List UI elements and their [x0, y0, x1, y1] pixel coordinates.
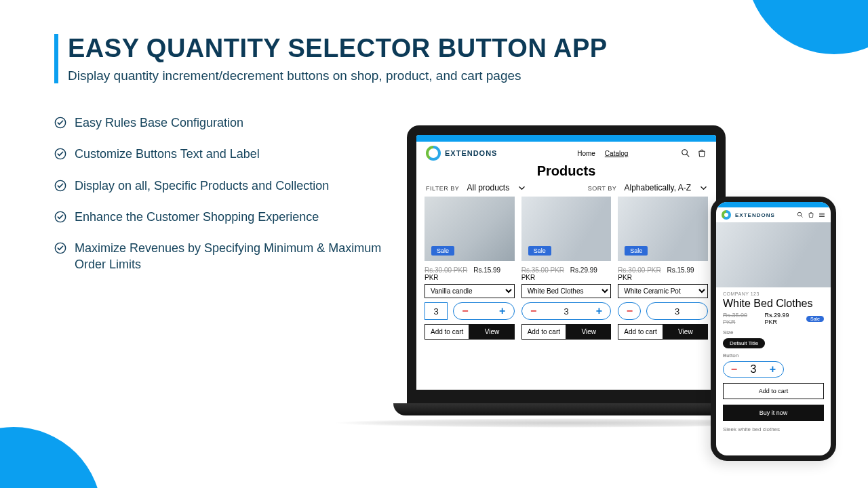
feature-item: Display on all, Specific Products and Co… [54, 178, 407, 194]
svg-line-6 [687, 155, 689, 157]
product-card: Sale Rs.35.00 PKR Rs.29.99 PKR White Bed… [521, 197, 612, 340]
sort-by-value: Alphabetically, A-Z [625, 183, 692, 192]
feature-item: Customize Buttons Text and Label [54, 146, 407, 162]
quantity-decrement-button[interactable]: − [618, 302, 641, 320]
laptop-base [393, 403, 739, 415]
feature-item: Enhance the Customer Shopping Experience [54, 209, 407, 225]
add-to-cart-button[interactable]: Add to cart [425, 324, 469, 340]
sort-by-label: SORT BY [588, 185, 617, 192]
page-title: EASY QUANTITY SELECTOR BUTTON APP [68, 34, 827, 63]
svg-point-7 [797, 212, 802, 216]
product-card: Sale Rs.30.00 PKR Rs.15.99 PKR Vanilla c… [425, 197, 515, 340]
price-line: Rs.35.00 PKR Rs.29.99 PKR [521, 266, 612, 281]
check-circle-icon [54, 117, 66, 129]
bag-icon[interactable] [808, 211, 814, 218]
product-image[interactable]: Sale [618, 197, 708, 261]
shop-title: Products [416, 163, 716, 179]
nav-home[interactable]: Home [577, 150, 595, 157]
variant-select[interactable]: Vanilla candle [425, 284, 515, 298]
product-image[interactable]: Sale [425, 197, 515, 261]
filter-by-select[interactable]: All products [467, 183, 525, 192]
quantity-decrement-button[interactable]: − [730, 363, 739, 375]
feature-text: Customize Buttons Text and Label [75, 146, 260, 162]
add-to-cart-button[interactable]: Add to cart [521, 324, 566, 340]
product-card: Sale Rs.30.00 PKR Rs.15.99 PKR White Cer… [618, 197, 708, 340]
check-circle-icon [54, 211, 66, 223]
hero: EASY QUANTITY SELECTOR BUTTON APP Displa… [54, 34, 827, 83]
page-subtitle: Display quantity increment/decrement but… [68, 68, 827, 83]
nav-catalog[interactable]: Catalog [605, 150, 628, 157]
variant-select[interactable]: White Ceramic Pot [618, 284, 708, 298]
store-logo[interactable]: EXTENDONS [426, 146, 497, 161]
buy-now-button[interactable]: Buy it now [723, 405, 824, 421]
quantity-value: 3 [564, 306, 568, 317]
chevron-down-icon [701, 185, 707, 191]
quantity-value-box: 3 [646, 302, 708, 320]
company-label: COMPANY 123 [723, 291, 824, 296]
old-price: Rs.35.00 PKR [521, 266, 564, 274]
old-price: Rs.30.00 PKR [618, 266, 660, 274]
quantity-input[interactable]: 3 [425, 302, 448, 320]
button-section-label: Button [723, 352, 824, 359]
old-price: Rs.35.00 PKR [723, 312, 760, 325]
product-description: Sleek white bed clothes [723, 426, 824, 432]
product-title: White Bed Clothes [723, 298, 824, 310]
quantity-stepper: − 3 + [723, 361, 784, 378]
view-button[interactable]: View [663, 324, 708, 340]
store-topbar [416, 135, 716, 142]
sort-by-select[interactable]: Alphabetically, A-Z [625, 183, 707, 192]
quantity-increment-button[interactable]: + [768, 363, 777, 375]
old-price: Rs.30.00 PKR [425, 266, 467, 274]
feature-list: Easy Rules Base Configuration Customize … [54, 115, 407, 273]
sale-badge: Sale [806, 316, 824, 322]
check-circle-icon [54, 148, 66, 160]
quantity-increment-button[interactable]: + [498, 305, 507, 317]
quantity-stepper: − 3 + [521, 302, 612, 320]
quantity-value: 3 [751, 363, 757, 375]
feature-item: Maximize Revenues by Specifying Minimum … [54, 240, 407, 273]
sale-badge: Sale [431, 246, 454, 256]
brand-name: EXTENDONS [445, 149, 497, 157]
quantity-decrement-button[interactable]: − [460, 305, 470, 317]
product-hero-image[interactable] [716, 222, 831, 287]
size-option[interactable]: Default Title [723, 338, 765, 348]
brand-name: EXTENDONS [735, 212, 775, 218]
check-circle-icon [54, 242, 66, 254]
chevron-down-icon [519, 185, 525, 191]
quantity-decrement-button[interactable]: − [529, 305, 538, 317]
search-icon[interactable] [797, 211, 804, 218]
add-to-cart-button[interactable]: Add to cart [618, 324, 663, 340]
add-to-cart-button[interactable]: Add to cart [723, 383, 824, 399]
quantity-increment-button[interactable]: + [594, 305, 604, 317]
filter-by-label: FILTER BY [426, 185, 459, 192]
new-price: Rs.29.99 PKR [764, 312, 802, 325]
feature-text: Easy Rules Base Configuration [75, 115, 243, 131]
filter-by-value: All products [467, 183, 509, 192]
price-line: Rs.30.00 PKR Rs.15.99 PKR [618, 266, 708, 281]
check-circle-icon [54, 180, 66, 192]
search-icon[interactable] [681, 148, 690, 158]
variant-select[interactable]: White Bed Clothes [521, 284, 612, 298]
feature-item: Easy Rules Base Configuration [54, 115, 407, 131]
svg-line-8 [801, 216, 802, 217]
logo-mark-icon [426, 146, 441, 161]
feature-text: Maximize Revenues by Specifying Minimum … [75, 240, 407, 273]
sale-badge: Sale [625, 246, 648, 256]
sale-badge: Sale [528, 246, 551, 256]
store-logo[interactable]: EXTENDONS [722, 210, 775, 220]
feature-text: Display on all, Specific Products and Co… [75, 178, 329, 194]
laptop-mockup: EXTENDONS Home Catalog Products FILTER B… [407, 125, 726, 428]
feature-text: Enhance the Customer Shopping Experience [75, 209, 319, 225]
product-image[interactable]: Sale [521, 197, 612, 261]
bag-icon[interactable] [697, 148, 707, 158]
phone-mockup: EXTENDONS COMPANY 123 White Bed Clothes … [711, 197, 836, 461]
view-button[interactable]: View [566, 324, 611, 340]
view-button[interactable]: View [469, 324, 514, 340]
price-line: Rs.30.00 PKR Rs.15.99 PKR [425, 266, 515, 281]
quantity-stepper: − + [453, 302, 515, 320]
logo-mark-icon [722, 210, 731, 220]
size-label: Size [723, 329, 824, 336]
store-topbar [716, 202, 831, 207]
menu-icon[interactable] [818, 211, 825, 218]
